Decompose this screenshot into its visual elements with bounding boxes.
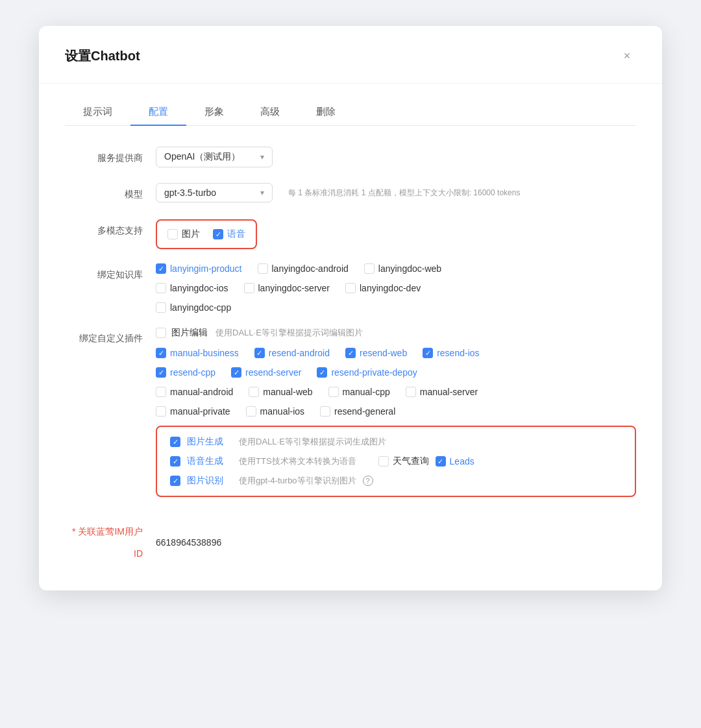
plugin-leads[interactable]: Leads — [436, 456, 474, 467]
cb-resend-server[interactable] — [231, 367, 241, 378]
provider-value: OpenAI（测试用） — [164, 151, 240, 163]
question-icon[interactable]: ? — [363, 476, 373, 486]
multimode-label: 多模态支持 — [65, 219, 156, 241]
model-content: gpt-3.5-turbo ▾ 每 1 条标准消息消耗 1 点配额，模型上下文大… — [156, 183, 636, 202]
tab-delete[interactable]: 删除 — [298, 99, 354, 126]
plugin-manual-private[interactable]: manual-private — [156, 406, 230, 417]
kb-checkbox-lanyingdoc-android[interactable] — [258, 263, 268, 274]
voice-checkbox-item[interactable]: 语音 — [213, 228, 245, 240]
tab-config[interactable]: 配置 — [130, 99, 186, 126]
plugin-resend-web[interactable]: resend-web — [345, 348, 407, 358]
plugin-manual-server[interactable]: manual-server — [406, 387, 478, 397]
cb-weather[interactable] — [378, 456, 389, 467]
cb-manual-ios[interactable] — [246, 406, 256, 417]
kb-item-lanyingdoc-dev[interactable]: lanyingdoc-dev — [345, 283, 421, 293]
kb-checkbox-lanyingdoc-dev[interactable] — [345, 283, 356, 293]
kb-label: 绑定知识库 — [65, 263, 156, 285]
cb-resend-android[interactable] — [254, 348, 265, 358]
label-resend-server: resend-server — [245, 367, 301, 378]
label-resend-cpp: resend-cpp — [170, 367, 215, 378]
highlight-image-gen: 图片生成 使用DALL·E等引擎根据提示词生成图片 — [170, 436, 622, 448]
plugin-manual-android[interactable]: manual-android — [156, 387, 233, 397]
label-manual-ios: manual-ios — [260, 406, 304, 417]
label-manual-web: manual-web — [263, 387, 312, 397]
image-checkbox-item[interactable]: 图片 — [167, 228, 200, 240]
kb-checkbox-lanyingdoc-cpp[interactable] — [156, 302, 166, 313]
cb-manual-cpp[interactable] — [328, 387, 339, 397]
close-button[interactable]: × — [618, 47, 636, 65]
tab-bar: 提示词 配置 形象 高级 删除 — [65, 99, 636, 126]
model-label: 模型 — [65, 183, 156, 205]
voice-label: 语音 — [227, 228, 245, 240]
plugin-resend-ios[interactable]: resend-ios — [423, 348, 479, 358]
kb-item-lanyingdoc-web[interactable]: lanyingdoc-web — [364, 263, 441, 274]
plugin-grid-row-3: manual-android manual-web manual-cpp man… — [156, 387, 636, 397]
model-hint: 每 1 条标准消息消耗 1 点配额，模型上下文大小限制: 16000 token… — [288, 188, 520, 199]
kb-checkbox-lanyingdoc-ios[interactable] — [156, 283, 166, 293]
plugin-resend-general[interactable]: resend-general — [320, 406, 395, 417]
label-resend-web: resend-web — [360, 348, 407, 358]
plugin-manual-business[interactable]: manual-business — [156, 348, 239, 358]
plugin-section: 绑定自定义插件 图片编辑 使用DALL·E等引擎根据提示词编辑图片 manual… — [65, 327, 636, 506]
cb-manual-business[interactable] — [156, 348, 166, 358]
plugin-weather[interactable]: 天气查询 — [378, 455, 429, 467]
kb-checkbox-lanyingdoc-server[interactable] — [244, 283, 254, 293]
cb-image-recognition[interactable] — [170, 476, 180, 486]
image-edit-row: 图片编辑 使用DALL·E等引擎根据提示词编辑图片 — [156, 327, 636, 339]
user-id-row: * 关联蓝莺IM用户ID 6618964538896 — [65, 520, 636, 564]
kb-checkbox-lanyingdoc-web[interactable] — [364, 263, 375, 274]
cb-manual-server[interactable] — [406, 387, 416, 397]
cb-manual-private[interactable] — [156, 406, 166, 417]
plugin-grid-row-2: resend-cpp resend-server resend-private-… — [156, 367, 636, 378]
kb-item-lanyingim-product[interactable]: lanyingim-product — [156, 263, 242, 274]
plugin-manual-ios[interactable]: manual-ios — [246, 406, 304, 417]
provider-arrow-icon: ▾ — [260, 152, 264, 162]
tab-persona[interactable]: 形象 — [186, 99, 242, 126]
cb-resend-private-depoy[interactable] — [317, 367, 327, 378]
tab-advanced[interactable]: 高级 — [242, 99, 298, 126]
cb-resend-web[interactable] — [345, 348, 356, 358]
plugin-label: 绑定自定义插件 — [65, 327, 156, 349]
label-image-gen: 图片生成 — [187, 436, 232, 448]
image-label: 图片 — [182, 228, 200, 240]
plugin-resend-cpp[interactable]: resend-cpp — [156, 367, 215, 378]
plugin-resend-server[interactable]: resend-server — [231, 367, 301, 378]
model-row: 模型 gpt-3.5-turbo ▾ 每 1 条标准消息消耗 1 点配额，模型上… — [65, 183, 636, 205]
cb-manual-web[interactable] — [249, 387, 259, 397]
plugin-resend-android[interactable]: resend-android — [254, 348, 330, 358]
highlight-plugins-box: 图片生成 使用DALL·E等引擎根据提示词生成图片 语音生成 使用TTS技术将文… — [156, 426, 636, 497]
plugin-manual-web[interactable]: manual-web — [249, 387, 312, 397]
provider-select[interactable]: OpenAI（测试用） ▾ — [156, 147, 273, 167]
cb-leads[interactable] — [436, 456, 446, 467]
label-resend-android: resend-android — [269, 348, 330, 358]
user-id-label-text: * 关联蓝莺IM用户ID — [72, 526, 143, 559]
kb-label-lanyingdoc-cpp: lanyingdoc-cpp — [170, 302, 231, 313]
kb-item-lanyingdoc-ios[interactable]: lanyingdoc-ios — [156, 283, 228, 293]
image-edit-desc: 使用DALL·E等引擎根据提示词编辑图片 — [215, 327, 363, 339]
label-image-recognition: 图片识别 — [187, 475, 232, 487]
cb-manual-android[interactable] — [156, 387, 166, 397]
cb-image-gen[interactable] — [170, 437, 180, 447]
image-checkbox[interactable] — [167, 229, 178, 239]
plugin-manual-cpp[interactable]: manual-cpp — [328, 387, 390, 397]
kb-row-2: lanyingdoc-ios lanyingdoc-server lanying… — [156, 283, 421, 293]
voice-checkbox[interactable] — [213, 229, 223, 239]
plugin-content: 图片编辑 使用DALL·E等引擎根据提示词编辑图片 manual-busines… — [156, 327, 636, 506]
tab-tips[interactable]: 提示词 — [65, 99, 130, 126]
kb-checkbox-lanyingim-product[interactable] — [156, 263, 166, 274]
multimode-row: 多模态支持 图片 语音 — [65, 219, 636, 249]
kb-item-lanyingdoc-server[interactable]: lanyingdoc-server — [244, 283, 330, 293]
image-edit-checkbox[interactable] — [156, 328, 166, 338]
plugin-resend-private-depoy[interactable]: resend-private-depoy — [317, 367, 417, 378]
model-select[interactable]: gpt-3.5-turbo ▾ — [156, 183, 273, 202]
kb-item-lanyingdoc-cpp[interactable]: lanyingdoc-cpp — [156, 302, 231, 313]
label-weather: 天气查询 — [393, 455, 429, 467]
cb-resend-cpp[interactable] — [156, 367, 166, 378]
user-id-value: 6618964538896 — [156, 537, 221, 548]
kb-item-lanyingdoc-android[interactable]: lanyingdoc-android — [258, 263, 349, 274]
provider-label: 服务提供商 — [65, 147, 156, 169]
chatbot-settings-dialog: 设置Chatbot × 提示词 配置 形象 高级 删除 服务提供商 OpenAI… — [39, 26, 662, 590]
cb-resend-general[interactable] — [320, 406, 330, 417]
cb-resend-ios[interactable] — [423, 348, 433, 358]
cb-voice-gen[interactable] — [170, 456, 180, 467]
